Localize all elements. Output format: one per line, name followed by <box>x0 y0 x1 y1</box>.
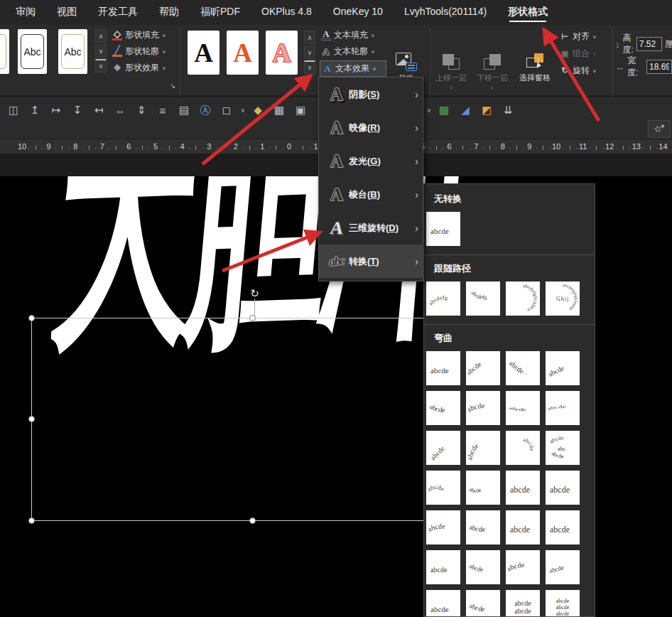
menu-tab-developer[interactable]: 开发工具 <box>98 0 138 25</box>
transform-option-follow-path-arch-down-1[interactable]: abcdefg <box>466 281 500 316</box>
transform-option-warp-fade-right-23[interactable]: abcde <box>546 550 580 584</box>
text-box-icon[interactable]: Ⓐ <box>196 102 215 119</box>
wordart-gallery-up-icon[interactable]: ∧ <box>304 31 315 44</box>
transform-option-warp-plain-15[interactable]: abcde <box>546 471 580 505</box>
shape-style-tile-1[interactable]: Abc <box>18 29 47 74</box>
transform-option-warp-diag-arc-9[interactable]: abcde <box>466 431 500 465</box>
menu-tab-help[interactable]: 帮助 <box>159 0 179 25</box>
shape-effects-button[interactable]: ❖ 形状效果∨ <box>112 62 166 74</box>
transform-option-warp-bulge-5[interactable]: abcde <box>466 391 500 425</box>
wordart-gallery-down-icon[interactable]: ∨ <box>304 45 315 59</box>
text-outline-button[interactable]: A 文本轮廓∨ <box>321 45 375 58</box>
wordart-gallery-more-icon[interactable]: ∨ <box>304 60 315 74</box>
transform-option-warp-plain-18[interactable]: abcde <box>506 510 540 544</box>
insert-picture-icon[interactable]: ▤ <box>175 102 193 119</box>
transform-option-follow-path-button-3[interactable]: abcdefghijklmnopGhij <box>546 281 580 316</box>
transform-option-warp-bulge-22[interactable]: abcde <box>506 550 540 584</box>
shape-style-tile-2[interactable]: Abc <box>58 29 87 74</box>
transform-option-warp-stack2-26[interactable]: abcdeabcde <box>506 590 540 617</box>
wordart-style-tile-1[interactable]: A <box>188 31 220 75</box>
shape-fill-button[interactable]: ◇ 形状填充∨ <box>112 29 166 41</box>
transform-option-warp-plain-14[interactable]: abcde <box>506 471 540 505</box>
transform-option-warp-tri-up-1[interactable]: abcde <box>466 351 500 385</box>
wordart-style-tile-2[interactable]: A <box>227 31 259 75</box>
transform-option-warp-slant-up-3[interactable]: abcde <box>546 351 580 385</box>
handle-mid-left[interactable] <box>28 416 35 422</box>
shapes-dropdown-icon[interactable]: ∨ <box>239 102 247 119</box>
center-align-icon[interactable]: ≡ <box>153 102 172 119</box>
more-tools-icon[interactable]: ⇊ <box>499 102 517 119</box>
transform-option-warp-wave2-13[interactable]: abcde <box>466 471 500 505</box>
snap-frame-icon[interactable]: ▣ <box>291 102 310 119</box>
transform-option-warp-squeeze-right-7[interactable]: abcde <box>546 391 580 425</box>
fill-pen-icon[interactable]: ◢ <box>456 102 475 119</box>
transform-option-warp-ring3-11[interactable]: abcdeabcabcde <box>546 431 580 465</box>
group-button[interactable]: ▣ 组合∨ <box>560 48 597 60</box>
text-effects-button[interactable]: A 文本效果∨ <box>320 60 386 77</box>
transform-option-warp-plain-0[interactable]: abcde <box>426 351 460 385</box>
format-painter-icon[interactable]: ◆ <box>249 102 267 119</box>
transform-option-warp-sag-21[interactable]: abcde <box>466 550 500 584</box>
transform-option-warp-squeeze-left-6[interactable]: abcde <box>506 391 540 425</box>
height-input[interactable] <box>636 37 662 51</box>
align-left-icon[interactable]: ↤ <box>90 102 108 119</box>
menu-tab-lvyhtools[interactable]: LvyhTools(201114) <box>404 0 487 25</box>
shape-gallery-more-icon[interactable]: ∨ <box>95 59 107 73</box>
menu-item-rotation-3d[interactable]: A三维旋转(D)› <box>319 211 423 245</box>
shape-styles-dialog-launcher-icon[interactable]: ↘ <box>168 80 178 90</box>
handle-top-left[interactable] <box>28 315 35 321</box>
grid-icon[interactable]: ▦ <box>270 102 288 119</box>
table-icon[interactable]: ▦ <box>435 102 453 119</box>
menu-tab-foxit-pdf[interactable]: 福昕PDF <box>200 0 240 25</box>
menu-tab-review[interactable]: 审阅 <box>16 0 36 25</box>
selection-pane-button[interactable]: ▲ 选择窗格 <box>516 52 554 102</box>
shape-gallery-down-icon[interactable]: ∨ <box>95 44 107 58</box>
menu-tab-okplus[interactable]: OKPlus 4.8 <box>261 0 312 25</box>
transform-option-warp-plain-24[interactable]: abcde <box>426 590 460 617</box>
transform-option-warp-diag-up-8[interactable]: abcde <box>426 431 460 465</box>
shape-outline-button[interactable]: ╱ 形状轮廓∨ <box>112 45 166 58</box>
toolbar-chevron-icon[interactable]: ∨ <box>425 102 433 119</box>
handle-bottom-left[interactable] <box>28 517 35 524</box>
transform-option-warp-sag-4[interactable]: abcde <box>426 391 460 425</box>
shape-style-tile-partial[interactable]: c <box>0 29 9 74</box>
transform-option-follow-path-arch-up-0[interactable]: abcdefg <box>426 281 460 316</box>
transform-option-follow-path-circle-2[interactable]: abcdefghijklmn <box>506 281 540 316</box>
handle-bottom-center[interactable] <box>249 517 256 524</box>
menu-tab-onekey[interactable]: OneKey 10 <box>333 0 383 25</box>
transform-option-warp-wave1-12[interactable]: abcde <box>426 471 460 505</box>
transform-option-warp-sag-25[interactable]: abcde <box>466 590 500 617</box>
bring-forward-button[interactable]: 上移一层 ∨ <box>432 52 470 102</box>
transform-option-warp-stack3-27[interactable]: abcdeabcdeabcde <box>546 590 580 617</box>
send-backward-button[interactable]: 下移一层 ∨ <box>473 52 511 102</box>
distribute-vertical-icon[interactable]: ⇕ <box>132 102 151 119</box>
transform-option-warp-inflate-16[interactable]: abcde <box>426 510 460 544</box>
transform-option-warp-tri-down-2[interactable]: abcde <box>506 351 540 385</box>
menu-tab-shape-format[interactable]: 形状格式 <box>508 0 548 25</box>
text-fill-button[interactable]: A 文本填充∨ <box>321 29 375 41</box>
menu-item-reflection[interactable]: A映像(R)› <box>319 111 423 144</box>
transform-option-none-plain-0[interactable]: abcde <box>426 212 460 246</box>
handle-top-center[interactable] <box>249 315 256 321</box>
transform-option-warp-pour-10[interactable]: abcde <box>506 431 540 465</box>
align-button[interactable]: ⊢ 对齐∨ <box>560 31 597 43</box>
menu-item-glow[interactable]: A发光(G)› <box>319 144 423 178</box>
align-top-icon[interactable]: ↥ <box>26 102 44 119</box>
select-objects-icon[interactable]: ◩ <box>477 102 496 119</box>
transform-option-warp-deflate-17[interactable]: abcde <box>466 510 500 544</box>
menu-item-shadow[interactable]: A阴影(S)› <box>319 77 423 111</box>
wordart-style-tile-3[interactable]: A <box>266 31 298 75</box>
menu-item-bevel[interactable]: A棱台(B)› <box>319 178 423 211</box>
width-input[interactable] <box>646 60 672 74</box>
selection-box[interactable] <box>31 318 473 521</box>
design-ideas-icon[interactable]: ☆∗ <box>648 120 671 138</box>
shapes-icon[interactable]: ◻ <box>217 102 236 119</box>
transform-option-warp-plain-20[interactable]: abcde <box>426 550 460 584</box>
transform-option-warp-plain-19[interactable]: abcde <box>546 510 580 544</box>
menu-item-transform[interactable]: abc转换(T)› <box>319 245 423 278</box>
menu-tab-view[interactable]: 视图 <box>57 0 77 25</box>
align-bottom-icon[interactable]: ↧ <box>68 102 87 119</box>
rotate-button[interactable]: ↻ 旋转∨ <box>560 65 597 77</box>
align-right-icon[interactable]: ↦ <box>47 102 65 119</box>
rotate-handle-icon[interactable]: ↻ <box>249 287 261 299</box>
